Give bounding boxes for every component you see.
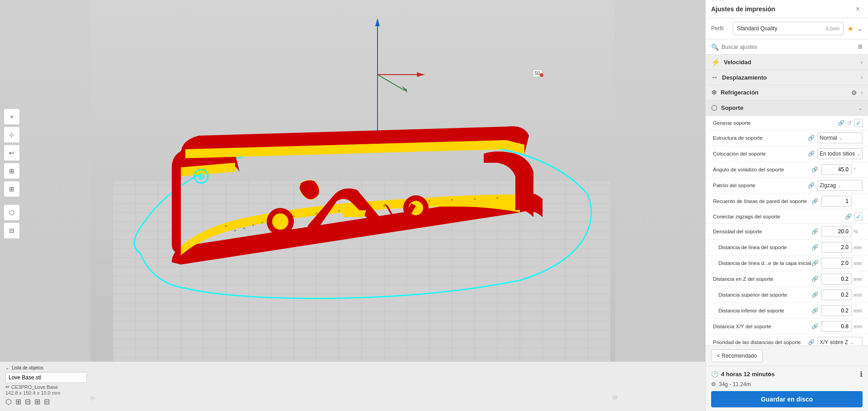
distancia-z-link[interactable]: 🔗 bbox=[811, 276, 818, 282]
svg-point-63 bbox=[338, 210, 340, 212]
soporte-icon: ⬡ bbox=[711, 104, 717, 112]
distancia-superior-link[interactable]: 🔗 bbox=[811, 292, 818, 298]
estimate-area: 🕐 4 horas 12 minutos ℹ ⚙ 34g - 11.24m Gu… bbox=[706, 366, 868, 411]
svg-point-64 bbox=[361, 207, 363, 209]
lock-icon-btn[interactable]: ⊟ bbox=[25, 397, 31, 406]
distancia-linea-label: Distancia de línea del soporte bbox=[718, 245, 811, 250]
distancia-xy-unit: mm bbox=[854, 324, 863, 329]
estimate-time: 🕐 4 horas 12 minutos bbox=[711, 371, 774, 378]
angulo-input[interactable] bbox=[821, 164, 852, 175]
prioridad-link[interactable]: 🔗 bbox=[808, 339, 815, 345]
layers-btn[interactable]: ⊟ bbox=[4, 222, 20, 239]
distancia-z-input[interactable] bbox=[821, 274, 852, 284]
estructura-value: Normal bbox=[820, 135, 837, 141]
colocacion-select[interactable]: En todos sitios ⌄ bbox=[817, 148, 863, 159]
estructura-link-icon[interactable]: 🔗 bbox=[808, 135, 815, 141]
svg-point-66 bbox=[406, 203, 408, 204]
setting-conectar-zigzags: Conectar zigzags del soporte 🔗 ✓ bbox=[706, 209, 868, 224]
generar-link-icon[interactable]: 🔗 bbox=[838, 120, 844, 126]
refrigeracion-icon: ❄ bbox=[711, 88, 717, 97]
desplazamiento-chevron: › bbox=[861, 74, 863, 80]
conectar-link-icon[interactable]: 🔗 bbox=[845, 213, 852, 220]
soporte-label: Soporte bbox=[721, 104, 854, 111]
patron-select[interactable]: Zigzag ⌄ bbox=[817, 180, 863, 191]
distancia-linea-link[interactable]: 🔗 bbox=[811, 244, 818, 250]
distancia-superior-label: Distancia superior del soporte bbox=[718, 292, 811, 298]
copy-icon-btn[interactable]: ⊞ bbox=[15, 397, 21, 406]
profile-name: Standard Quality bbox=[737, 25, 777, 32]
profile-sub: 0.2mm bbox=[826, 26, 840, 31]
viewport: + ⊹ ↩ ⊞ ⊞ ⬡ ⊟ ▶ ⌄ Lista de objetos ✏ bbox=[0, 0, 705, 411]
setting-angulo: Ángulo de voladizo del soporte 🔗 ° bbox=[706, 162, 868, 178]
velocidad-label: Velocidad bbox=[724, 59, 857, 66]
svg-point-67 bbox=[429, 200, 430, 202]
distancia-linea-inicial-input[interactable] bbox=[821, 258, 852, 269]
time-label: 4 horas 12 minutos bbox=[721, 371, 774, 378]
category-velocidad[interactable]: ⚡ Velocidad › bbox=[706, 55, 868, 70]
bottom-status: ⌄ Lista de objetos ✏ CE3PRO_Love Base 14… bbox=[0, 361, 705, 411]
distancia-linea-input[interactable] bbox=[821, 242, 852, 253]
generar-soporte-check[interactable]: ✓ bbox=[854, 119, 863, 127]
estructura-select[interactable]: Normal ⌄ bbox=[817, 132, 863, 143]
mirror-icon-btn[interactable]: ⊞ bbox=[34, 397, 40, 406]
angulo-unit: ° bbox=[854, 167, 863, 172]
file-name-input[interactable] bbox=[5, 372, 87, 383]
star-button[interactable]: ★ bbox=[847, 24, 854, 33]
distancia-xy-input[interactable] bbox=[821, 321, 852, 332]
menu-icon-btn[interactable]: ≡ bbox=[858, 42, 863, 52]
close-button[interactable]: × bbox=[853, 4, 863, 14]
undo-btn[interactable]: ↩ bbox=[4, 145, 20, 161]
setting-generar-soporte: Generar soporte 🔗 ↺ ✓ bbox=[706, 116, 868, 130]
colocacion-label: Colocación del soporte bbox=[713, 151, 808, 156]
panel-header: Ajustes de impresión × bbox=[706, 0, 868, 18]
generar-reset-icon[interactable]: ↺ bbox=[847, 120, 852, 126]
setting-distancia-linea-inicial: Distancia de línea d...e de la capa inic… bbox=[706, 255, 868, 271]
trash-icon-btn[interactable]: ⊟ bbox=[44, 397, 50, 406]
profile-select[interactable]: Standard Quality 0.2mm bbox=[733, 22, 844, 35]
cube-icon-btn[interactable]: ⬡ bbox=[5, 397, 12, 406]
setting-colocacion: Colocación del soporte 🔗 En todos sitios… bbox=[706, 146, 868, 162]
refrigeracion-chevron: › bbox=[861, 90, 863, 96]
conectar-check[interactable]: ✓ bbox=[854, 213, 863, 221]
distancia-xy-link[interactable]: 🔗 bbox=[811, 323, 818, 330]
patron-link-icon[interactable]: 🔗 bbox=[808, 182, 815, 189]
patron-label: Patrón del soporte bbox=[713, 183, 808, 188]
category-refrigeracion[interactable]: ❄ Refrigeración ⚙ › bbox=[706, 85, 868, 100]
object-list-header: ⌄ Lista de objetos bbox=[5, 365, 700, 370]
svg-point-57 bbox=[243, 227, 245, 229]
recuento-input[interactable] bbox=[821, 196, 852, 207]
search-input[interactable] bbox=[722, 44, 855, 50]
distancia-inferior-label: Distancia inferior del soporte bbox=[718, 308, 811, 313]
colocacion-link-icon[interactable]: 🔗 bbox=[808, 151, 815, 157]
info-button[interactable]: ℹ bbox=[860, 370, 863, 378]
setting-prioridad: Prioridad de las distancias del soporte … bbox=[706, 335, 868, 345]
distancia-inferior-input[interactable] bbox=[821, 305, 852, 316]
search-icon: 🔍 bbox=[711, 43, 719, 51]
distancia-superior-unit: mm bbox=[854, 292, 863, 298]
object-list-label: Lista de objetos bbox=[12, 365, 43, 370]
densidad-input[interactable] bbox=[821, 226, 852, 237]
category-soporte[interactable]: ⬡ Soporte ⌄ bbox=[706, 100, 868, 116]
profile-chevron-btn[interactable]: ⌄ bbox=[857, 25, 863, 32]
save-button[interactable]: Guardar en disco bbox=[711, 391, 863, 407]
view-btn[interactable]: ⬡ bbox=[4, 204, 20, 221]
refrigeracion-filter-btn[interactable]: ⚙ bbox=[851, 89, 857, 96]
distancia-inferior-link[interactable]: 🔗 bbox=[811, 307, 818, 314]
category-desplazamiento[interactable]: ↔ Desplazamiento › bbox=[706, 70, 868, 85]
prioridad-chevron: ⌄ bbox=[850, 340, 854, 345]
refrigeracion-label: Refrigeración bbox=[721, 89, 848, 96]
add-btn[interactable]: + bbox=[4, 109, 20, 125]
camera-btn[interactable]: ⊞ bbox=[4, 163, 20, 179]
estructura-label: Estructura de soporte bbox=[713, 135, 808, 141]
grid-btn[interactable]: ⊞ bbox=[4, 181, 20, 197]
select-btn[interactable]: ⊹ bbox=[4, 127, 20, 143]
angulo-link-icon[interactable]: 🔗 bbox=[811, 166, 818, 173]
recommended-button[interactable]: < Recomendado bbox=[711, 350, 763, 362]
distancia-linea-inicial-link[interactable]: 🔗 bbox=[811, 260, 818, 266]
distancia-superior-input[interactable] bbox=[821, 289, 852, 300]
densidad-link-icon[interactable]: 🔗 bbox=[811, 228, 818, 235]
estructura-chevron: ⌄ bbox=[839, 136, 843, 141]
recuento-link-icon[interactable]: 🔗 bbox=[811, 198, 818, 204]
left-toolbar: + ⊹ ↩ ⊞ ⊞ ⬡ ⊟ bbox=[4, 109, 20, 239]
prioridad-select[interactable]: X/Y sobre Z ⌄ bbox=[817, 337, 863, 345]
